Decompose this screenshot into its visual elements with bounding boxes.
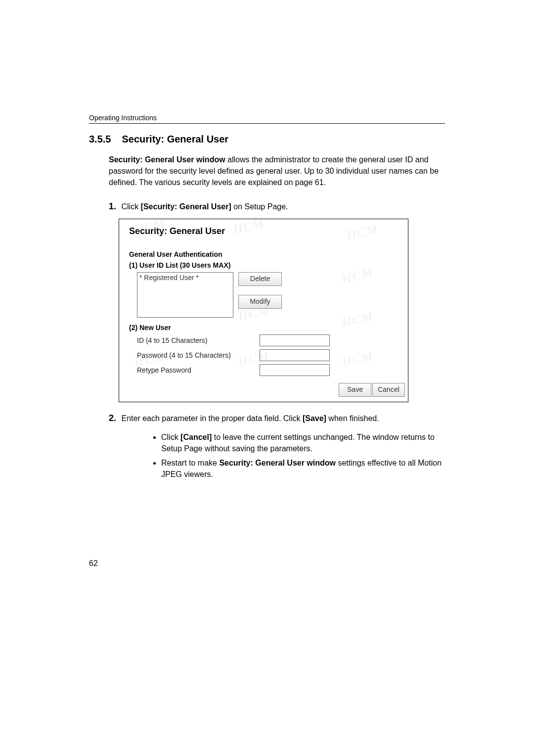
bullet-2-bold: Security: General User window: [219, 459, 336, 467]
intro-bold: Security: General User window: [109, 155, 225, 164]
step-1-post: on Setup Page.: [231, 202, 288, 211]
bullet-2-pre: Restart to make: [161, 459, 219, 467]
bullet-1: Click [Cancel] to leave the current sett…: [161, 431, 445, 454]
cancel-button[interactable]: Cancel: [372, 383, 405, 397]
step-1-number: 1.: [109, 201, 116, 211]
step-2-post: when finished.: [326, 414, 379, 423]
running-header: Operating Instructions: [89, 114, 445, 124]
settings-window: HCM HCM HCM HCM HCM HCM HCM HCM HCM Secu…: [119, 219, 408, 402]
step-2-bold: [Save]: [303, 414, 326, 423]
id-label: ID (4 to 15 Characters): [129, 336, 260, 344]
step-1-bold: [Security: General User]: [141, 202, 231, 211]
delete-button[interactable]: Delete: [238, 272, 282, 286]
step-2: 2. Enter each parameter in the proper da…: [109, 413, 445, 424]
bullet-list: Click [Cancel] to leave the current sett…: [141, 431, 445, 480]
retype-password-label: Retype Password: [129, 366, 260, 374]
bullet-2: Restart to make Security: General User w…: [161, 457, 445, 480]
section-title: 3.5.5Security: General User: [89, 134, 445, 145]
bullet-1-bold: [Cancel]: [180, 433, 212, 441]
password-label: Password (4 to 15 Characters): [129, 351, 260, 359]
user-id-list-item[interactable]: * Registered User *: [139, 274, 231, 282]
window-title: Security: General User: [129, 226, 408, 236]
section-number: 3.5.5: [89, 134, 111, 144]
step-2-number: 2.: [109, 413, 116, 423]
user-id-listbox[interactable]: * Registered User *: [137, 272, 233, 318]
step-1-pre: Click: [121, 202, 140, 211]
auth-heading: General User Authentication: [129, 250, 408, 258]
retype-password-input[interactable]: [260, 364, 330, 376]
page-number: 62: [89, 559, 98, 568]
modify-button[interactable]: Modify: [238, 295, 282, 309]
step-1: 1. Click [Security: General User] on Set…: [109, 201, 445, 212]
section-title-text: Security: General User: [122, 134, 228, 144]
save-button[interactable]: Save: [339, 383, 371, 397]
id-input[interactable]: [260, 334, 330, 346]
bullet-1-pre: Click: [161, 433, 180, 441]
newuser-heading: (2) New User: [129, 324, 408, 331]
step-2-pre: Enter each parameter in the proper data …: [121, 414, 302, 423]
list-heading: (1) User ID List (30 Users MAX): [129, 261, 408, 269]
password-input[interactable]: [260, 349, 330, 361]
intro-paragraph: Security: General User window allows the…: [109, 154, 445, 189]
